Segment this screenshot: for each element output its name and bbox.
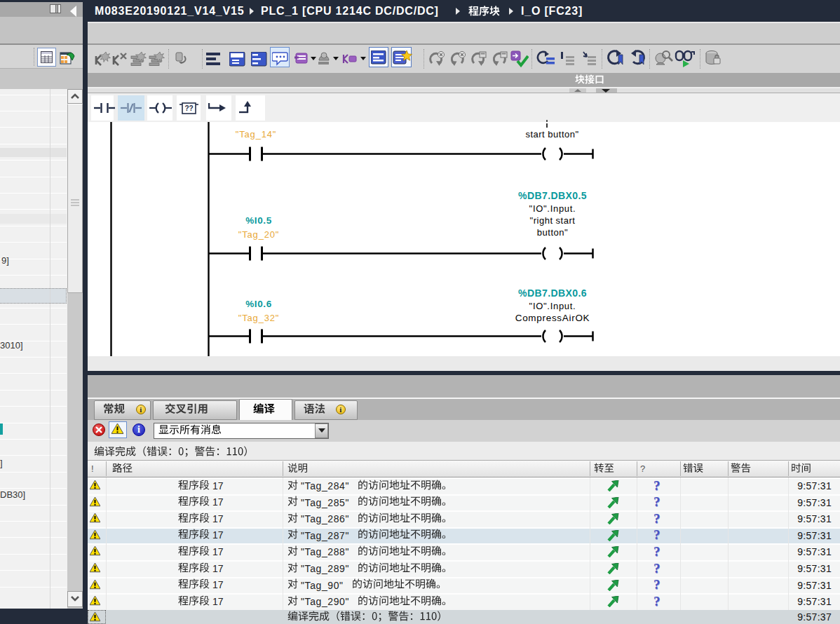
svg-text:??: ?? <box>184 104 193 112</box>
